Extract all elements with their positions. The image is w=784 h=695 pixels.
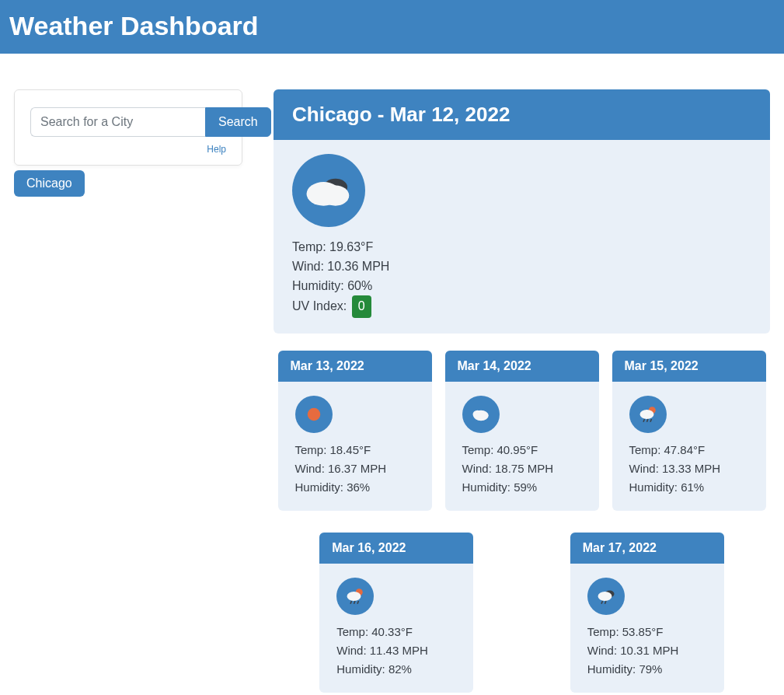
today-wind: Wind: 10.36 MPH (292, 257, 751, 277)
search-card: Search Help (14, 89, 242, 166)
forecast-date: Mar 16, 2022 (319, 533, 473, 564)
forecast-humidity: Humidity: 82% (336, 660, 458, 679)
forecast-humidity: Humidity: 61% (629, 478, 751, 497)
help-link[interactable]: Help (207, 144, 226, 155)
forecast-body: Temp: 40.33°FWind: 11.43 MPHHumidity: 82… (319, 564, 473, 693)
search-input[interactable] (30, 107, 205, 137)
forecast-body: Temp: 47.84°FWind: 13.33 MPHHumidity: 61… (612, 382, 766, 511)
history-item-chicago[interactable]: Chicago (14, 170, 85, 197)
svg-line-8 (643, 419, 645, 422)
forecast-card: Mar 15, 2022Temp: 47.84°FWind: 13.33 MPH… (612, 351, 766, 511)
forecast-card: Mar 17, 2022Temp: 53.85°FWind: 10.31 MPH… (570, 533, 724, 693)
search-input-group: Search (30, 107, 226, 137)
main-container: Search Help Chicago Chicago - Mar 12, 20… (0, 54, 784, 695)
forecast-humidity: Humidity: 36% (295, 478, 416, 497)
forecast-date: Mar 13, 2022 (278, 351, 432, 382)
weather-icon (295, 396, 333, 433)
main-content: Chicago - Mar 12, 2022 Temp: 19.63°F Win… (274, 89, 770, 695)
forecast-wind: Wind: 10.31 MPH (587, 641, 709, 660)
today-body: Temp: 19.63°F Wind: 10.36 MPH Humidity: … (274, 140, 770, 334)
help-row: Help (30, 141, 226, 155)
forecast-card: Mar 14, 2022Temp: 40.95°FWind: 18.75 MPH… (445, 351, 599, 511)
forecast-humidity: Humidity: 79% (587, 660, 709, 679)
forecast-temp: Temp: 53.85°F (587, 623, 709, 641)
forecast-body: Temp: 53.85°FWind: 10.31 MPHHumidity: 79… (570, 564, 724, 693)
today-temp: Temp: 19.63°F (292, 238, 751, 257)
forecast-temp: Temp: 40.95°F (462, 441, 584, 459)
forecast-temp: Temp: 40.33°F (336, 623, 458, 641)
today-title: Chicago - Mar 12, 2022 (274, 89, 770, 140)
svg-point-2 (322, 185, 349, 205)
forecast-wind: Wind: 18.75 MPH (462, 459, 584, 478)
forecast-date: Mar 15, 2022 (612, 351, 766, 382)
svg-point-5 (472, 410, 482, 419)
forecast-temp: Temp: 18.45°F (295, 441, 416, 459)
history-list: Chicago (14, 170, 242, 197)
weather-icon (462, 396, 500, 433)
weather-icon-today (292, 154, 365, 227)
sidebar: Search Help Chicago (14, 89, 242, 695)
svg-line-13 (350, 601, 352, 604)
uv-label: UV Index: (292, 299, 350, 313)
forecast-card: Mar 16, 2022Temp: 40.33°FWind: 11.43 MPH… (319, 533, 473, 693)
forecast-card: Mar 13, 2022Temp: 18.45°FWind: 16.37 MPH… (278, 351, 432, 511)
svg-line-14 (354, 601, 356, 604)
forecast-row: Mar 13, 2022Temp: 18.45°FWind: 16.37 MPH… (274, 351, 770, 695)
weather-icon (336, 578, 374, 615)
today-uv: UV Index: 0 (292, 295, 751, 318)
today-humidity: Humidity: 60% (292, 277, 751, 296)
forecast-body: Temp: 40.95°FWind: 18.75 MPHHumidity: 59… (445, 382, 599, 511)
svg-point-7 (639, 410, 653, 419)
svg-line-10 (650, 419, 652, 422)
forecast-temp: Temp: 47.84°F (629, 441, 751, 459)
weather-icon (587, 578, 625, 615)
svg-line-19 (605, 601, 606, 604)
svg-point-12 (347, 592, 361, 601)
weather-icon (629, 396, 667, 433)
svg-point-3 (307, 408, 320, 421)
search-button[interactable]: Search (205, 107, 271, 137)
forecast-wind: Wind: 13.33 MPH (629, 459, 751, 478)
forecast-date: Mar 17, 2022 (570, 533, 724, 564)
uv-badge: 0 (352, 295, 371, 318)
forecast-wind: Wind: 16.37 MPH (295, 459, 416, 478)
page-title: Weather Dashboard (9, 11, 775, 41)
forecast-wind: Wind: 11.43 MPH (336, 641, 458, 660)
today-card: Chicago - Mar 12, 2022 Temp: 19.63°F Win… (274, 89, 770, 334)
forecast-date: Mar 14, 2022 (445, 351, 599, 382)
svg-point-17 (598, 592, 612, 601)
forecast-humidity: Humidity: 59% (462, 478, 584, 497)
forecast-body: Temp: 18.45°FWind: 16.37 MPHHumidity: 36… (278, 382, 432, 511)
svg-line-18 (601, 601, 603, 604)
svg-line-9 (646, 419, 648, 422)
svg-line-15 (357, 601, 359, 604)
app-header: Weather Dashboard (0, 0, 784, 54)
